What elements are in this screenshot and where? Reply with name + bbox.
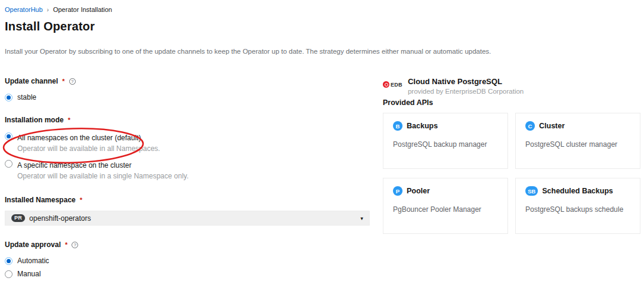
api-card-pooler: P Pooler PgBouncer Pooler Manager xyxy=(383,178,508,234)
api-description: PostgreSQL cluster manager xyxy=(525,140,630,149)
breadcrumb: OperatorHub › Operator Installation xyxy=(5,6,639,13)
api-badge: B xyxy=(393,121,402,131)
radio-channel-stable-label: stable xyxy=(17,93,36,102)
radio-approval-automatic[interactable]: Automatic xyxy=(5,257,370,266)
breadcrumb-separator-icon: › xyxy=(47,7,49,13)
provided-apis-label: Provided APIs xyxy=(383,98,640,107)
radio-mode-all-helper: Operator will be available in all Namesp… xyxy=(17,144,160,153)
update-channel-label-text: Update channel xyxy=(5,77,58,85)
radio-approval-manual[interactable]: Manual xyxy=(5,270,370,279)
caret-down-icon: ▾ xyxy=(360,215,363,221)
radio-mode-all-namespaces[interactable]: All namespaces on the cluster (default) … xyxy=(5,132,370,153)
section-installation-mode: Installation mode* All namespaces on the… xyxy=(5,116,370,180)
installed-namespace-label-text: Installed Namespace xyxy=(5,196,76,204)
api-description: PostgreSQL backup manager xyxy=(393,140,498,149)
edb-logo-text: EDB xyxy=(391,82,402,88)
installation-mode-label: Installation mode* xyxy=(5,116,370,124)
radio-button-icon[interactable] xyxy=(5,270,13,278)
api-badge: SB xyxy=(525,186,538,196)
radio-mode-specific-label: A specific namespace on the cluster xyxy=(17,161,131,169)
installed-namespace-dropdown[interactable]: PR openshift-operators ▾ xyxy=(5,211,370,226)
update-approval-label: Update approval* ? xyxy=(5,240,370,249)
radio-button-icon[interactable] xyxy=(5,132,13,140)
page-title: Install Operator xyxy=(5,20,639,33)
radio-mode-all-label: All namespaces on the cluster (default) xyxy=(17,134,141,142)
installed-namespace-label: Installed Namespace* xyxy=(5,196,370,204)
radio-button-icon[interactable] xyxy=(5,94,13,101)
section-update-channel: Update channel* ? stable xyxy=(5,77,370,102)
installation-mode-options: All namespaces on the cluster (default) … xyxy=(5,132,370,180)
required-asterisk: * xyxy=(62,78,64,85)
breadcrumb-link-operatorhub[interactable]: OperatorHub xyxy=(5,6,43,13)
project-badge: PR xyxy=(11,214,25,222)
edb-logo: EDB xyxy=(383,81,402,88)
provided-apis-grid: B Backups PostgreSQL backup manager C Cl… xyxy=(383,113,640,234)
operator-header: EDB Cloud Native PostgreSQL provided by … xyxy=(383,77,640,95)
section-installed-namespace: Installed Namespace* PR openshift-operat… xyxy=(5,196,370,226)
api-name: Pooler xyxy=(407,187,430,195)
update-channel-help-icon[interactable]: ? xyxy=(69,78,76,85)
radio-mode-specific-helper: Operator will be available in a single N… xyxy=(17,172,188,180)
required-asterisk: * xyxy=(80,196,82,203)
api-description: PgBouncer Pooler Manager xyxy=(393,205,498,214)
required-asterisk: * xyxy=(68,116,70,124)
radio-button-icon[interactable] xyxy=(5,257,13,265)
update-approval-help-icon[interactable]: ? xyxy=(72,242,78,248)
radio-approval-manual-label: Manual xyxy=(17,270,41,279)
breadcrumb-current: Operator Installation xyxy=(53,6,112,13)
install-operator-page: OperatorHub › Operator Installation Inst… xyxy=(0,0,644,293)
api-card-scheduled-backups: SB Scheduled Backups PostgreSQL backups … xyxy=(515,178,640,234)
radio-approval-automatic-label: Automatic xyxy=(17,257,49,266)
install-form: Update channel* ? stable Installation mo… xyxy=(5,77,370,293)
edb-logo-icon xyxy=(383,81,389,88)
radio-button-icon[interactable] xyxy=(5,160,13,168)
api-description: PostgreSQL backups schedule xyxy=(525,205,630,214)
api-name: Backups xyxy=(407,122,438,130)
installation-mode-label-text: Installation mode xyxy=(5,116,64,124)
operator-info-panel: EDB Cloud Native PostgreSQL provided by … xyxy=(383,77,640,293)
api-badge: P xyxy=(393,186,402,196)
api-name: Scheduled Backups xyxy=(542,187,613,195)
api-name: Cluster xyxy=(539,122,565,130)
api-badge: C xyxy=(525,121,535,131)
radio-mode-specific-namespace[interactable]: A specific namespace on the cluster Oper… xyxy=(5,159,370,180)
radio-channel-stable[interactable]: stable xyxy=(5,93,370,102)
operator-provider: provided by EnterpriseDB Corporation xyxy=(408,88,524,95)
operator-name: Cloud Native PostgreSQL xyxy=(408,77,524,86)
api-card-cluster: C Cluster PostgreSQL cluster manager xyxy=(515,113,640,169)
update-channel-label: Update channel* ? xyxy=(5,77,370,85)
page-description: Install your Operator by subscribing to … xyxy=(5,48,639,55)
api-card-backups: B Backups PostgreSQL backup manager xyxy=(383,113,508,169)
section-update-approval: Update approval* ? Automatic Manual xyxy=(5,240,370,279)
update-approval-label-text: Update approval xyxy=(5,240,61,249)
required-asterisk: * xyxy=(65,241,67,248)
installed-namespace-value: openshift-operators xyxy=(29,214,91,223)
